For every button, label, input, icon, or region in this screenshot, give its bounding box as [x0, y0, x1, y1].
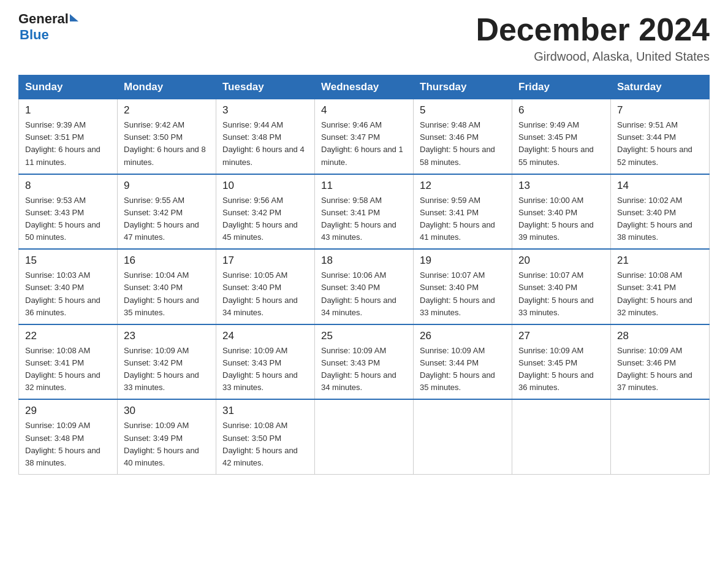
day-number: 7	[617, 104, 703, 117]
calendar-day-cell: 16Sunrise: 10:04 AMSunset: 3:40 PMDaylig…	[118, 249, 216, 324]
calendar-week-row: 29Sunrise: 10:09 AMSunset: 3:48 PMDaylig…	[19, 399, 710, 474]
day-info: Sunrise: 10:09 AMSunset: 3:45 PMDaylight…	[518, 345, 604, 394]
day-number: 22	[25, 330, 111, 342]
calendar-day-cell: 20Sunrise: 10:07 AMSunset: 3:40 PMDaylig…	[512, 249, 611, 324]
day-number: 6	[518, 104, 604, 117]
day-info: Sunrise: 9:39 AMSunset: 3:51 PMDaylight:…	[25, 119, 111, 169]
day-number: 3	[222, 104, 308, 117]
day-number: 2	[124, 104, 210, 117]
month-title: December 2024	[476, 12, 710, 47]
day-number: 11	[321, 180, 407, 192]
weekday-header-monday: Monday	[118, 75, 216, 99]
day-info: Sunrise: 10:07 AMSunset: 3:40 PMDaylight…	[420, 269, 506, 319]
day-number: 14	[617, 180, 703, 192]
calendar-day-cell: 31Sunrise: 10:08 AMSunset: 3:50 PMDaylig…	[216, 399, 315, 474]
day-info: Sunrise: 10:00 AMSunset: 3:40 PMDaylight…	[518, 194, 604, 244]
day-number: 4	[321, 104, 407, 117]
calendar-day-cell: 18Sunrise: 10:06 AMSunset: 3:40 PMDaylig…	[315, 249, 414, 324]
calendar-day-cell: 26Sunrise: 10:09 AMSunset: 3:44 PMDaylig…	[414, 324, 512, 400]
day-number: 5	[420, 104, 506, 117]
calendar-day-cell: 4Sunrise: 9:46 AMSunset: 3:47 PMDaylight…	[315, 99, 414, 174]
calendar-day-cell: 17Sunrise: 10:05 AMSunset: 3:40 PMDaylig…	[216, 249, 315, 324]
calendar-day-cell: 3Sunrise: 9:44 AMSunset: 3:48 PMDaylight…	[216, 99, 315, 174]
weekday-header-tuesday: Tuesday	[216, 75, 315, 99]
page-header: General Blue December 2024 Girdwood, Ala…	[18, 12, 710, 64]
calendar-empty-cell	[512, 399, 611, 474]
calendar-week-row: 15Sunrise: 10:03 AMSunset: 3:40 PMDaylig…	[19, 249, 710, 324]
calendar-table: SundayMondayTuesdayWednesdayThursdayFrid…	[18, 75, 710, 475]
calendar-day-cell: 23Sunrise: 10:09 AMSunset: 3:42 PMDaylig…	[118, 324, 216, 400]
day-info: Sunrise: 10:08 AMSunset: 3:41 PMDaylight…	[617, 269, 703, 319]
weekday-header-thursday: Thursday	[414, 75, 512, 99]
day-number: 19	[420, 255, 506, 267]
calendar-day-cell: 27Sunrise: 10:09 AMSunset: 3:45 PMDaylig…	[512, 324, 611, 400]
title-block: December 2024 Girdwood, Alaska, United S…	[476, 12, 710, 64]
calendar-day-cell: 22Sunrise: 10:08 AMSunset: 3:41 PMDaylig…	[19, 324, 118, 400]
day-number: 17	[222, 255, 308, 267]
day-info: Sunrise: 10:09 AMSunset: 3:49 PMDaylight…	[124, 419, 210, 469]
day-info: Sunrise: 10:09 AMSunset: 3:42 PMDaylight…	[124, 345, 210, 394]
calendar-week-row: 22Sunrise: 10:08 AMSunset: 3:41 PMDaylig…	[19, 324, 710, 400]
day-info: Sunrise: 10:06 AMSunset: 3:40 PMDaylight…	[321, 269, 407, 319]
calendar-empty-cell	[611, 399, 710, 474]
calendar-day-cell: 11Sunrise: 9:58 AMSunset: 3:41 PMDayligh…	[315, 174, 414, 250]
day-number: 25	[321, 330, 407, 342]
calendar-day-cell: 12Sunrise: 9:59 AMSunset: 3:41 PMDayligh…	[414, 174, 512, 250]
day-info: Sunrise: 9:56 AMSunset: 3:42 PMDaylight:…	[222, 194, 308, 244]
day-number: 15	[25, 255, 111, 267]
day-number: 9	[124, 180, 210, 192]
weekday-header-friday: Friday	[512, 75, 611, 99]
day-info: Sunrise: 10:08 AMSunset: 3:41 PMDaylight…	[25, 345, 111, 394]
day-info: Sunrise: 9:51 AMSunset: 3:44 PMDaylight:…	[617, 119, 703, 169]
day-info: Sunrise: 10:09 AMSunset: 3:48 PMDaylight…	[25, 419, 111, 469]
day-number: 1	[25, 104, 111, 117]
calendar-day-cell: 19Sunrise: 10:07 AMSunset: 3:40 PMDaylig…	[414, 249, 512, 324]
calendar-day-cell: 29Sunrise: 10:09 AMSunset: 3:48 PMDaylig…	[19, 399, 118, 474]
calendar-day-cell: 10Sunrise: 9:56 AMSunset: 3:42 PMDayligh…	[216, 174, 315, 250]
calendar-empty-cell	[414, 399, 512, 474]
day-info: Sunrise: 10:09 AMSunset: 3:44 PMDaylight…	[420, 345, 506, 394]
logo-blue-text: Blue	[18, 27, 49, 43]
day-number: 18	[321, 255, 407, 267]
location-subtitle: Girdwood, Alaska, United States	[476, 50, 710, 64]
calendar-day-cell: 14Sunrise: 10:02 AMSunset: 3:40 PMDaylig…	[611, 174, 710, 250]
weekday-header-sunday: Sunday	[19, 75, 118, 99]
day-info: Sunrise: 10:09 AMSunset: 3:43 PMDaylight…	[321, 345, 407, 394]
day-number: 29	[25, 405, 111, 417]
day-number: 20	[518, 255, 604, 267]
calendar-day-cell: 21Sunrise: 10:08 AMSunset: 3:41 PMDaylig…	[611, 249, 710, 324]
weekday-header-saturday: Saturday	[611, 75, 710, 99]
weekday-header-row: SundayMondayTuesdayWednesdayThursdayFrid…	[19, 75, 710, 99]
day-number: 23	[124, 330, 210, 342]
day-number: 21	[617, 255, 703, 267]
calendar-day-cell: 6Sunrise: 9:49 AMSunset: 3:45 PMDaylight…	[512, 99, 611, 174]
day-info: Sunrise: 10:09 AMSunset: 3:43 PMDaylight…	[222, 345, 308, 394]
day-number: 10	[222, 180, 308, 192]
day-number: 24	[222, 330, 308, 342]
calendar-day-cell: 25Sunrise: 10:09 AMSunset: 3:43 PMDaylig…	[315, 324, 414, 400]
calendar-day-cell: 30Sunrise: 10:09 AMSunset: 3:49 PMDaylig…	[118, 399, 216, 474]
day-info: Sunrise: 9:53 AMSunset: 3:43 PMDaylight:…	[25, 194, 111, 244]
calendar-day-cell: 8Sunrise: 9:53 AMSunset: 3:43 PMDaylight…	[19, 174, 118, 250]
day-info: Sunrise: 9:44 AMSunset: 3:48 PMDaylight:…	[222, 119, 308, 169]
calendar-day-cell: 7Sunrise: 9:51 AMSunset: 3:44 PMDaylight…	[611, 99, 710, 174]
day-info: Sunrise: 10:07 AMSunset: 3:40 PMDaylight…	[518, 269, 604, 319]
day-number: 27	[518, 330, 604, 342]
calendar-day-cell: 5Sunrise: 9:48 AMSunset: 3:46 PMDaylight…	[414, 99, 512, 174]
day-number: 31	[222, 405, 308, 417]
calendar-week-row: 8Sunrise: 9:53 AMSunset: 3:43 PMDaylight…	[19, 174, 710, 250]
day-info: Sunrise: 10:02 AMSunset: 3:40 PMDaylight…	[617, 194, 703, 244]
day-info: Sunrise: 9:59 AMSunset: 3:41 PMDaylight:…	[420, 194, 506, 244]
day-number: 12	[420, 180, 506, 192]
calendar-day-cell: 15Sunrise: 10:03 AMSunset: 3:40 PMDaylig…	[19, 249, 118, 324]
day-info: Sunrise: 10:04 AMSunset: 3:40 PMDaylight…	[124, 269, 210, 319]
day-info: Sunrise: 10:09 AMSunset: 3:46 PMDaylight…	[617, 345, 703, 394]
calendar-day-cell: 24Sunrise: 10:09 AMSunset: 3:43 PMDaylig…	[216, 324, 315, 400]
day-number: 28	[617, 330, 703, 342]
day-number: 30	[124, 405, 210, 417]
calendar-day-cell: 13Sunrise: 10:00 AMSunset: 3:40 PMDaylig…	[512, 174, 611, 250]
day-info: Sunrise: 10:05 AMSunset: 3:40 PMDaylight…	[222, 269, 308, 319]
calendar-day-cell: 28Sunrise: 10:09 AMSunset: 3:46 PMDaylig…	[611, 324, 710, 400]
day-info: Sunrise: 10:03 AMSunset: 3:40 PMDaylight…	[25, 269, 111, 319]
day-info: Sunrise: 9:42 AMSunset: 3:50 PMDaylight:…	[124, 119, 210, 169]
